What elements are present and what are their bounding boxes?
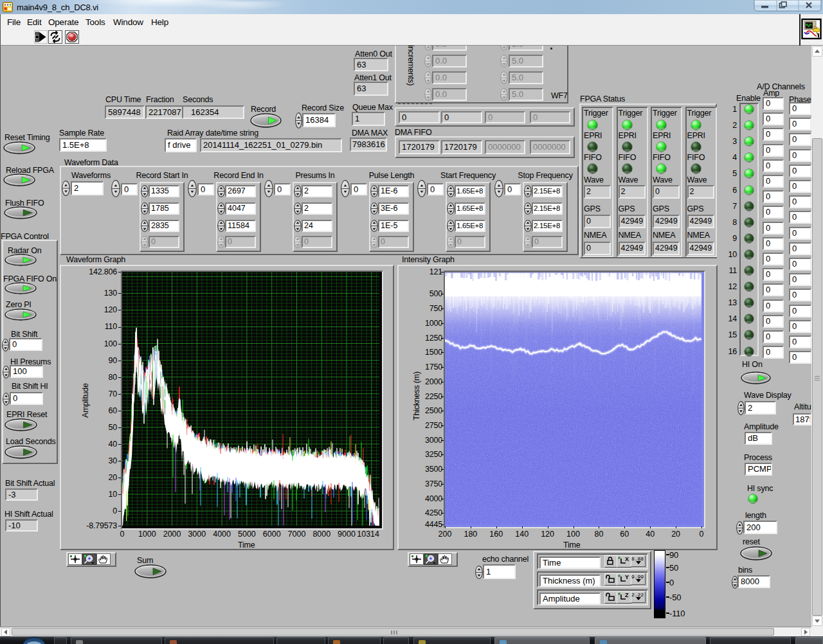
svg-text:Z: Z bbox=[625, 592, 629, 598]
svg-text:X: X bbox=[625, 556, 629, 562]
svg-text:Y: Y bbox=[625, 574, 629, 580]
